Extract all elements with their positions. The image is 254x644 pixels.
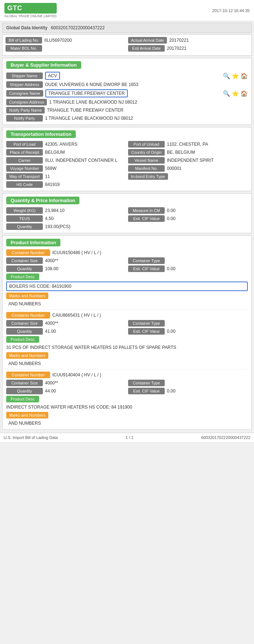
carrier-row: Carrier IILU, INDEPENDENT CONTAINER L Ve… (6, 157, 248, 164)
voyage-row: Voyage Number 569W Manifest No. 000001 (6, 165, 248, 172)
consignee-name-row: Consignee Name TRIANGLE TUBE FREEWAY CEN… (6, 89, 248, 97)
shipper-address-label: Shipper Address (6, 81, 43, 88)
consignee-home-icon[interactable]: 🏠 (240, 90, 248, 97)
c2-qty-col: Quantity 41.00 (6, 328, 126, 335)
c3-marks-value: AND NUMBERS (6, 420, 248, 427)
product-info-title: Product Information (6, 239, 60, 246)
c1-type-label: Container Type (128, 257, 165, 264)
divider-1 (6, 309, 248, 310)
receipt-row: Place of Receipt BELGIUM Country of Orig… (6, 149, 248, 156)
inbond-col: In-bond Entry Type (128, 173, 248, 180)
carrier-col: Carrier IILU, INDEPENDENT CONTAINER L (6, 157, 126, 164)
vessel-col: Vessel Name INDEPENDENT SPIRIT (128, 157, 248, 164)
star-icon[interactable]: ⭐ (232, 72, 239, 79)
place-receipt-label: Place of Receipt (6, 149, 43, 156)
buyer-supplier-header: Buyer & Supplier Information (6, 61, 248, 72)
shipper-name-row: Shipper Name ACV 🔍 ⭐ 🏠 (6, 72, 248, 80)
transport-section: Transportation Information Port of Load … (2, 127, 252, 191)
bol-label: Bill of Lading No. (5, 37, 42, 44)
c2-marks-value: AND NUMBERS (6, 360, 248, 367)
c2-cif-label: Esti. CIF Value (128, 328, 165, 335)
gdi-label: Global Data Identity (6, 25, 48, 30)
c3-size-label: Container Size (6, 380, 43, 386)
container-1: Container Number ICUU9150486 ( HV / L / … (6, 249, 248, 307)
mater-label: Mater BOL No. (5, 45, 42, 52)
notify-party-row: Notify Party 1 TRIANGLE LANE BLACKWOOD N… (6, 115, 248, 122)
port-load-label: Port of Load (6, 141, 43, 148)
inbond-label: In-bond Entry Type (128, 173, 168, 180)
c1-product-desc-label: Product Desc (6, 273, 39, 280)
shipper-address-value: OUDE VIJVERWEG 6 NONE DWORP BE 1653 (45, 82, 248, 87)
container-2-number-label: Container Number (6, 312, 50, 319)
consignee-name-label: Consignee Name (6, 90, 43, 97)
c1-product-desc-value: BOILERS HS CODE: 84191900 (6, 282, 248, 291)
search-icon[interactable]: 🔍 (223, 72, 230, 79)
container-3-size-row: Container Size 4000** Container Type (6, 380, 248, 386)
c1-cif-col: Esti. CIF Value 0.00 (128, 265, 248, 272)
way-transport-col: Way of Transport 11 (6, 173, 126, 180)
c3-type-col: Container Type (128, 380, 248, 386)
esti-cif-col: Esti. CIF Value 0.00 (128, 215, 248, 222)
bol-value: IILU56970200 (44, 38, 126, 43)
notify-party-value: 1 TRIANGLE LANE BLACKWOOD NJ 08012 (45, 116, 248, 121)
shipper-icons: 🔍 ⭐ 🏠 (223, 72, 248, 79)
product-info-header: Product Information (6, 239, 248, 249)
consignee-search-icon[interactable]: 🔍 (223, 90, 230, 97)
c3-cif-col: Esti. CIF Value 0.00 (128, 388, 248, 394)
port-load-value: 42305, ANVERS (45, 142, 126, 147)
container-2-size-row: Container Size 4000** Container Type (6, 320, 248, 327)
product-info-section: Product Information Container Number ICU… (2, 235, 252, 430)
shipper-name-value: ACV (45, 72, 60, 80)
hs-code-row: HS Code 841919 (6, 181, 248, 188)
logo-sub: GLOBAL TRADE ONLINE LIMITED (4, 14, 57, 18)
notify-party-name-label: Notify Party Name (6, 107, 45, 113)
port-unload-col: Port of Unload 1102, CHESTER, PA (128, 141, 248, 148)
quantity-row: Quantity 193.00(PCS) (6, 223, 248, 230)
esti-cif-label: Esti. CIF Value (128, 215, 165, 222)
c3-product-desc-label: Product Desc (6, 396, 39, 402)
footer-right: 60032017022200004​37222 (201, 435, 250, 440)
esti-col: Esti Arrival Date 20170221 (128, 45, 249, 52)
mater-row: Mater BOL No. Esti Arrival Date 20170221 (5, 45, 249, 52)
c2-type-col: Container Type (128, 320, 248, 327)
esti-label: Esti Arrival Date (128, 45, 165, 52)
buyer-supplier-section: Buyer & Supplier Information Shipper Nam… (2, 58, 252, 125)
carrier-label: Carrier (6, 157, 43, 164)
way-row: Way of Transport 11 In-bond Entry Type (6, 173, 248, 180)
logo-box: GTC (4, 3, 57, 14)
port-unload-label: Port of Unload (128, 141, 165, 148)
c2-product-desc-block: Product Desc 31 PCS OF INDIRECT STORAGE … (6, 336, 248, 351)
logo: GTC GLOBAL TRADE ONLINE LIMITED (4, 3, 57, 18)
footer-left: U.S. Import Bill of Lading Data (4, 435, 58, 440)
quantity-value: 193.00(PCS) (45, 224, 248, 229)
weight-value: 23,984.10 (45, 208, 126, 213)
voyage-value: 569W (45, 166, 126, 171)
c3-size-value: 4000** (45, 380, 126, 386)
country-origin-value: BE, BELGIUM (167, 150, 248, 155)
global-data-identity-row: Global Data Identity 60032017022200004​3… (2, 23, 252, 33)
bol-section: Bill of Lading No. IILU56970200 Actual A… (2, 34, 252, 56)
consignee-name-value: TRIANGLE TUBE FREEWAY CENTER (45, 89, 128, 97)
c1-marks-block: Marks and Numbers AND NUMBERS (6, 293, 248, 307)
consignee-star-icon[interactable]: ⭐ (232, 90, 239, 97)
container-2-qty-row: Quantity 41.00 Esti. CIF Value 0.00 (6, 328, 248, 335)
c1-qty-value: 108.00 (45, 266, 126, 271)
quantity-label: Quantity (6, 223, 43, 230)
gdi-value: 60032017022200004​37222 (51, 25, 105, 30)
c2-cif-value: 0.00 (167, 329, 248, 334)
c1-type-col: Container Type (128, 257, 248, 264)
container-1-qty-row: Quantity 108.00 Esti. CIF Value 0.00 (6, 265, 248, 272)
transport-header: Transportation Information (6, 130, 248, 141)
footer-center: 1 / 1 (126, 435, 133, 440)
c2-marks-block: Marks and Numbers AND NUMBERS (6, 352, 248, 367)
home-icon[interactable]: 🏠 (240, 72, 248, 79)
c2-size-col: Container Size 4000** (6, 320, 126, 327)
weight-col: Weight (KG) 23,984.10 (6, 207, 126, 214)
c3-marks-block: Marks and Numbers AND NUMBERS (6, 412, 248, 427)
manifest-col: Manifest No. 000001 (128, 165, 248, 172)
c3-size-col: Container Size 4000** (6, 380, 126, 386)
bol-row: Bill of Lading No. IILU56970200 Actual A… (5, 37, 249, 44)
hs-code-label: HS Code (6, 181, 43, 188)
c1-cif-label: Esti. CIF Value (128, 265, 165, 272)
measure-label: Measure in CM (128, 207, 165, 214)
